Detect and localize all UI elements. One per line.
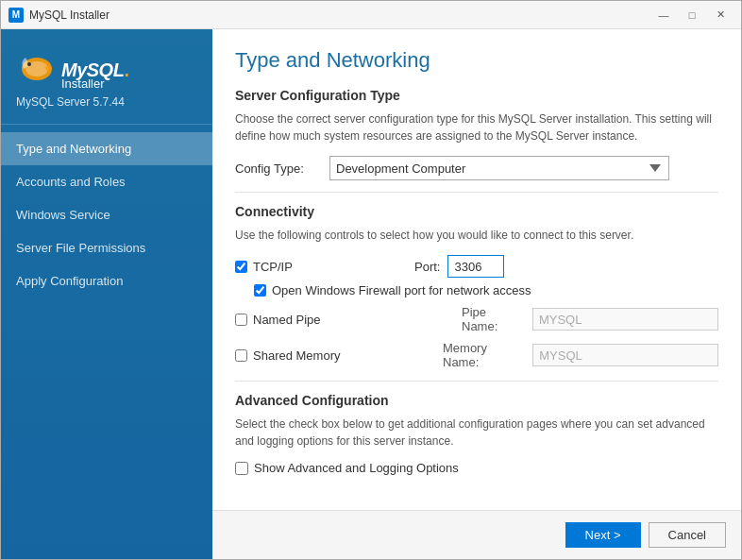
- named-pipe-row: Named Pipe Pipe Name:: [235, 305, 718, 333]
- show-advanced-label[interactable]: Show Advanced and Logging Options: [254, 461, 459, 475]
- content-main: Type and Networking Server Configuration…: [212, 29, 741, 510]
- mysql-version: MySQL Server 5.7.44: [16, 95, 197, 109]
- sidebar-item-windows-service[interactable]: Windows Service: [1, 198, 212, 231]
- content-area: Type and Networking Server Configuration…: [212, 29, 741, 559]
- sidebar-item-accounts-roles[interactable]: Accounts and Roles: [1, 165, 212, 198]
- config-type-label: Config Type:: [235, 161, 329, 176]
- firewall-checkbox[interactable]: [254, 284, 266, 297]
- window-title: MySQL Installer: [29, 8, 650, 22]
- shared-memory-label[interactable]: Shared Memory: [253, 348, 340, 363]
- tcpip-check-part: TCP/IP: [235, 260, 386, 274]
- port-input[interactable]: [447, 255, 504, 278]
- memory-name-label: Memory Name:: [443, 341, 525, 369]
- mysql-logo: MySQL. Installer: [16, 48, 197, 90]
- app-icon: M: [8, 8, 24, 23]
- divider-1: [235, 192, 718, 193]
- server-config-section-title: Server Configuration Type: [235, 88, 718, 103]
- connectivity-desc: Use the following controls to select how…: [235, 227, 718, 244]
- svg-point-2: [27, 62, 31, 66]
- close-button[interactable]: ✕: [707, 6, 734, 25]
- port-part: Port:: [414, 255, 504, 278]
- sidebar-item-server-file-permissions[interactable]: Server File Permissions: [1, 231, 212, 264]
- tcpip-checkbox[interactable]: [235, 261, 247, 273]
- port-label: Port:: [414, 260, 440, 274]
- named-pipe-label[interactable]: Named Pipe: [253, 313, 321, 327]
- window-controls: — □ ✕: [650, 6, 734, 25]
- installer-text: Installer: [61, 77, 129, 90]
- connectivity-section: Connectivity Use the following controls …: [235, 204, 718, 369]
- shared-memory-checkbox[interactable]: [235, 349, 247, 362]
- title-bar: M MySQL Installer — □ ✕: [1, 1, 741, 29]
- firewall-row: Open Windows Firewall port for network a…: [254, 283, 718, 297]
- firewall-label[interactable]: Open Windows Firewall port for network a…: [272, 283, 531, 297]
- page-title: Type and Networking: [235, 48, 718, 73]
- sidebar: MySQL. Installer MySQL Server 5.7.44 Typ…: [1, 29, 212, 559]
- config-type-row: Config Type: Development Computer Server…: [235, 156, 718, 180]
- shared-memory-row: Shared Memory Memory Name:: [235, 341, 718, 369]
- named-pipe-checkbox[interactable]: [235, 314, 247, 326]
- main-content: MySQL. Installer MySQL Server 5.7.44 Typ…: [1, 29, 741, 559]
- server-config-desc: Choose the correct server configuration …: [235, 110, 718, 144]
- config-type-select[interactable]: Development Computer Server Computer Ded…: [329, 156, 669, 180]
- show-advanced-checkbox[interactable]: [235, 462, 248, 475]
- connectivity-title: Connectivity: [235, 204, 718, 219]
- footer: Next > Cancel: [212, 510, 741, 559]
- maximize-button[interactable]: □: [679, 6, 705, 25]
- divider-2: [235, 381, 718, 382]
- pipe-name-input[interactable]: [532, 308, 718, 331]
- sidebar-nav: Type and Networking Accounts and Roles W…: [1, 125, 212, 297]
- advanced-title: Advanced Configuration: [235, 393, 718, 408]
- cancel-button[interactable]: Cancel: [649, 522, 726, 548]
- pipe-name-label: Pipe Name:: [462, 305, 525, 333]
- tcpip-label[interactable]: TCP/IP: [253, 260, 293, 274]
- minimize-button[interactable]: —: [650, 6, 677, 25]
- advanced-section: Advanced Configuration Select the check …: [235, 393, 718, 475]
- installer-window: M MySQL Installer — □ ✕: [0, 0, 742, 560]
- memory-name-input[interactable]: [532, 344, 718, 366]
- sidebar-logo: MySQL. Installer MySQL Server 5.7.44: [1, 29, 212, 125]
- sidebar-item-type-networking[interactable]: Type and Networking: [1, 132, 212, 165]
- next-button[interactable]: Next >: [565, 522, 641, 548]
- sidebar-item-apply-configuration[interactable]: Apply Configuration: [1, 264, 212, 297]
- mysql-brand: MySQL. Installer: [61, 60, 129, 90]
- show-advanced-row: Show Advanced and Logging Options: [235, 461, 718, 475]
- dolphin-icon: [16, 48, 58, 90]
- advanced-desc: Select the check box below to get additi…: [235, 416, 718, 450]
- tcpip-row: TCP/IP Port:: [235, 255, 718, 278]
